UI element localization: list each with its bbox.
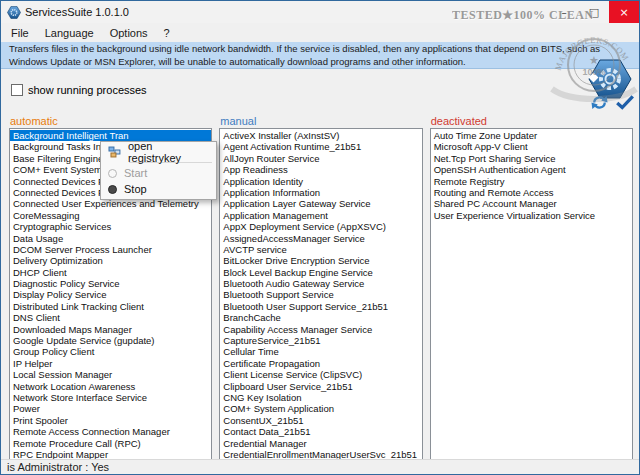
registry-icon <box>108 146 121 158</box>
list-item[interactable]: User Experience Virtualization Service <box>431 210 632 221</box>
list-item[interactable]: Microsoft App-V Client <box>431 141 632 152</box>
status-bar: is Administrator : Yes <box>1 459 639 474</box>
list-item[interactable]: Local Session Manager <box>10 369 211 380</box>
menu-item[interactable]: Language <box>37 24 102 42</box>
context-menu: open registrykey Start Stop <box>100 141 217 200</box>
menu-item[interactable]: File <box>3 24 37 42</box>
list-item[interactable]: Bluetooth Audio Gateway Service <box>220 278 421 289</box>
list-item[interactable]: Agent Activation Runtime_21b51 <box>220 141 421 152</box>
list-item[interactable]: Remote Access Connection Manager <box>10 426 211 437</box>
context-menu-label: open registrykey <box>128 140 208 164</box>
manual-services-list[interactable]: ActiveX Installer (AxInstSV)Agent Activa… <box>219 128 422 460</box>
deactivated-services-list[interactable]: Auto Time Zone UpdaterMicrosoft App-V Cl… <box>430 128 633 460</box>
list-item[interactable]: Data Usage <box>10 233 211 244</box>
list-item[interactable]: App Readiness <box>220 164 421 175</box>
context-menu-label: Start <box>124 167 147 179</box>
list-item[interactable]: Print Spooler <box>10 415 211 426</box>
maximize-button[interactable]: □ <box>579 1 609 23</box>
column-header-automatic: automatic <box>9 115 212 128</box>
list-item[interactable]: Routing and Remote Access <box>431 187 632 198</box>
list-item[interactable]: Certificate Propagation <box>220 358 421 369</box>
list-item[interactable]: ActiveX Installer (AxInstSV) <box>220 130 421 141</box>
context-menu-item-stop[interactable]: Stop <box>103 181 214 197</box>
context-menu-item-start: Start <box>103 165 214 181</box>
list-item[interactable]: Remote Registry <box>431 176 632 187</box>
list-item[interactable]: Diagnostic Policy Service <box>10 278 211 289</box>
list-item[interactable]: OpenSSH Authentication Agent <box>431 164 632 175</box>
service-description-banner: Transfers files in the background using … <box>1 42 639 69</box>
window-controls: – □ × <box>549 1 639 23</box>
list-item[interactable]: BranchCache <box>220 312 421 323</box>
column-header-manual: manual <box>219 115 422 128</box>
list-item[interactable]: CaptureService_21b51 <box>220 335 421 346</box>
window-title: ServicesSuite 1.0.1.0 <box>25 6 129 18</box>
list-item[interactable]: Bluetooth User Support Service_21b51 <box>220 301 421 312</box>
refresh-icon[interactable] <box>590 94 609 111</box>
checkbox-box[interactable] <box>11 84 23 96</box>
list-item[interactable]: AllJoyn Router Service <box>220 153 421 164</box>
list-item[interactable]: DCOM Server Process Launcher <box>10 244 211 255</box>
list-item[interactable]: BitLocker Drive Encryption Service <box>220 255 421 266</box>
list-item[interactable]: Remote Procedure Call (RPC) <box>10 438 211 449</box>
app-icon <box>7 6 21 19</box>
stop-icon <box>108 185 117 194</box>
list-item[interactable]: Power <box>10 403 211 414</box>
list-item[interactable]: Google Update Service (gupdate) <box>10 335 211 346</box>
list-item[interactable]: Downloaded Maps Manager <box>10 324 211 335</box>
list-item[interactable]: Distributed Link Tracking Client <box>10 301 211 312</box>
list-item[interactable]: Application Information <box>220 187 421 198</box>
list-item[interactable]: Display Policy Service <box>10 289 211 300</box>
list-item[interactable]: Application Layer Gateway Service <box>220 198 421 209</box>
list-item[interactable]: CNG Key Isolation <box>220 392 421 403</box>
column-header-deactivated: deactivated <box>430 115 633 128</box>
list-item[interactable]: Net.Tcp Port Sharing Service <box>431 153 632 164</box>
list-item[interactable]: Application Management <box>220 210 421 221</box>
list-item[interactable]: Capability Access Manager Service <box>220 324 421 335</box>
start-icon <box>108 169 117 178</box>
list-item[interactable]: Clipboard User Service_21b51 <box>220 381 421 392</box>
list-item[interactable]: Application Identity <box>220 176 421 187</box>
list-item[interactable]: Group Policy Client <box>10 346 211 357</box>
minimize-button[interactable]: – <box>549 1 579 23</box>
list-item[interactable]: AssignedAccessManager Service <box>220 233 421 244</box>
list-item[interactable]: Cellular Time <box>220 346 421 357</box>
list-item[interactable]: Delivery Optimization <box>10 255 211 266</box>
list-item[interactable]: AppX Deployment Service (AppXSVC) <box>220 221 421 232</box>
list-item[interactable]: AVCTP service <box>220 244 421 255</box>
show-running-processes-checkbox[interactable]: show running processes <box>11 84 147 96</box>
list-item[interactable]: Client License Service (ClipSVC) <box>220 369 421 380</box>
list-item[interactable]: Block Level Backup Engine Service <box>220 267 421 278</box>
list-item[interactable]: Contact Data_21b51 <box>220 426 421 437</box>
list-item[interactable]: Shared PC Account Manager <box>431 198 632 209</box>
menu-item[interactable]: Options <box>102 24 156 42</box>
list-item[interactable]: ConsentUX_21b51 <box>220 415 421 426</box>
list-item[interactable]: Cryptographic Services <box>10 221 211 232</box>
list-item[interactable]: Connected User Experiences and Telemetry <box>10 198 211 209</box>
apply-check-icon[interactable] <box>615 94 635 110</box>
menu-bar: FileLanguageOptions? <box>1 23 639 42</box>
close-button[interactable]: × <box>609 1 639 23</box>
services-suite-window: ServicesSuite 1.0.1.0 – □ × FileLanguage… <box>0 0 640 475</box>
list-item[interactable]: IP Helper <box>10 358 211 369</box>
menu-item[interactable]: ? <box>156 24 178 42</box>
column-deactivated: deactivated Auto Time Zone UpdaterMicros… <box>430 115 633 460</box>
list-item[interactable]: Auto Time Zone Updater <box>431 130 632 141</box>
list-item[interactable]: Credential Manager <box>220 438 421 449</box>
list-item[interactable]: DNS Client <box>10 312 211 323</box>
list-item[interactable]: CoreMessaging <box>10 210 211 221</box>
list-item[interactable]: Bluetooth Support Service <box>220 289 421 300</box>
context-menu-label: Stop <box>124 183 147 195</box>
list-item[interactable]: DHCP Client <box>10 267 211 278</box>
list-item[interactable]: Network Store Interface Service <box>10 392 211 403</box>
titlebar[interactable]: ServicesSuite 1.0.1.0 – □ × <box>1 1 639 23</box>
context-menu-item-open-registrykey[interactable]: open registrykey <box>103 144 214 160</box>
column-manual: manual ActiveX Installer (AxInstSV)Agent… <box>219 115 422 460</box>
list-item[interactable]: COM+ System Application <box>220 403 421 414</box>
list-item[interactable]: Network Location Awareness <box>10 381 211 392</box>
checkbox-label: show running processes <box>28 84 147 96</box>
